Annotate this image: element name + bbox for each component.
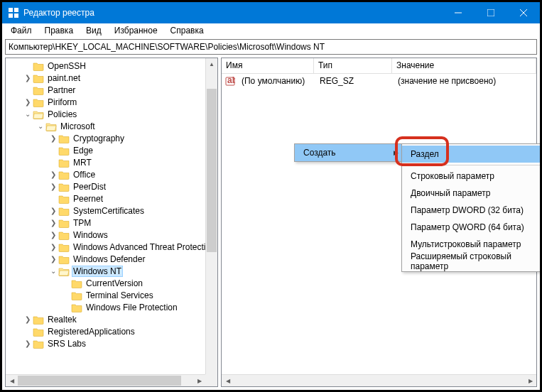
tree-item-label: Partner: [46, 85, 77, 95]
expand-toggle-icon[interactable]: ❯: [23, 74, 33, 82]
submenu-multistring[interactable]: Мультистроковый параметр: [402, 236, 542, 253]
expand-toggle-icon[interactable]: ❯: [48, 219, 58, 227]
menu-favorites[interactable]: Избранное: [109, 24, 163, 37]
expand-toggle-icon[interactable]: ⌄: [23, 110, 33, 118]
tree-scrollbar-vertical[interactable]: ▲ ▼: [205, 58, 217, 386]
tree-item-label: CurrentVersion: [85, 278, 144, 288]
maximize-button[interactable]: [475, 2, 507, 23]
expand-toggle-icon[interactable]: ❯: [48, 170, 58, 178]
tree-item[interactable]: OpenSSH: [6, 60, 217, 72]
expand-toggle-icon[interactable]: ❯: [48, 207, 58, 214]
expand-toggle-icon[interactable]: ❯: [23, 339, 33, 347]
expand-toggle-icon[interactable]: ❯: [48, 255, 58, 263]
expand-toggle-icon[interactable]: ❯: [23, 315, 33, 323]
tree-item[interactable]: Partner: [6, 84, 217, 96]
app-icon: [8, 7, 19, 18]
tree-item-label: Microsoft: [59, 121, 97, 131]
tree-item[interactable]: MRT: [6, 156, 217, 168]
tree-item-label: Peernet: [72, 194, 104, 204]
submenu-dword[interactable]: Параметр DWORD (32 бита): [402, 202, 542, 219]
scroll-up-icon[interactable]: ▲: [206, 58, 217, 70]
tree-item[interactable]: ❯Windows Defender: [6, 253, 217, 265]
expand-toggle-icon[interactable]: ❯: [48, 183, 58, 190]
tree-scrollbar-horizontal[interactable]: ◀ ▶: [6, 374, 205, 386]
tree-item-label: TPM: [72, 218, 92, 228]
tree-item[interactable]: ❯Windows Advanced Threat Protection: [6, 241, 217, 253]
expand-toggle-icon[interactable]: ❯: [23, 98, 33, 106]
tree-item[interactable]: ❯TPM: [6, 217, 217, 229]
tree-item-label: Office: [72, 170, 97, 180]
title-bar: Редактор реестра: [2, 2, 540, 23]
folder-icon: [33, 109, 44, 119]
expand-toggle-icon[interactable]: ⌄: [48, 267, 58, 275]
scroll-right-icon[interactable]: ▶: [193, 375, 205, 386]
close-button[interactable]: [507, 2, 540, 23]
menu-view[interactable]: Вид: [80, 24, 107, 37]
submenu-string[interactable]: Строковый параметр: [402, 168, 542, 185]
tree-item[interactable]: Peernet: [6, 192, 217, 205]
tree-item[interactable]: ❯Windows: [6, 229, 217, 241]
tree-item[interactable]: CurrentVersion: [6, 277, 217, 289]
tree-item-label: SystemCertificates: [72, 206, 146, 216]
scroll-thumb[interactable]: [207, 89, 217, 252]
folder-icon: [58, 230, 70, 240]
tree-item[interactable]: ❯PeerDist: [6, 180, 217, 192]
folder-icon: [58, 242, 70, 252]
tree-item-label: OpenSSH: [46, 61, 87, 71]
tree-item-label: Realtek: [46, 315, 78, 325]
tree-item[interactable]: ❯Realtek: [6, 313, 217, 325]
tree-item-label: RegisteredApplications: [46, 327, 136, 337]
tree-item[interactable]: Windows File Protection: [6, 301, 217, 313]
folder-icon: [33, 85, 44, 95]
submenu-key[interactable]: Раздел: [402, 146, 542, 163]
scroll-left-icon[interactable]: ◀: [6, 375, 18, 386]
menu-file[interactable]: Файл: [5, 24, 38, 37]
tree-item-label: Windows NT: [72, 266, 123, 277]
tree-item[interactable]: ❯Cryptography: [6, 132, 217, 144]
scroll-thumb-h[interactable]: [18, 376, 181, 386]
folder-icon: [58, 266, 70, 276]
expand-toggle-icon[interactable]: ⌄: [36, 122, 45, 130]
tree-item[interactable]: RegisteredApplications: [6, 325, 217, 337]
tree-item[interactable]: ❯SystemCertificates: [6, 205, 217, 217]
tree-item[interactable]: ⌄Policies: [6, 108, 217, 120]
expand-toggle-icon[interactable]: ❯: [48, 231, 58, 239]
tree-item[interactable]: Edge: [6, 144, 217, 156]
column-name[interactable]: Имя: [222, 58, 314, 73]
address-bar[interactable]: Компьютер\HKEY_LOCAL_MACHINE\SOFTWARE\Po…: [5, 39, 537, 55]
menu-bar: Файл Правка Вид Избранное Справка: [2, 23, 540, 38]
tree-item-label: Windows Defender: [72, 254, 146, 264]
scroll-left-icon[interactable]: ◀: [222, 375, 234, 386]
folder-icon: [45, 121, 57, 131]
context-menu-new-label: Создать: [303, 148, 336, 158]
context-menu-new[interactable]: Создать ▶: [295, 144, 403, 161]
folder-icon: [33, 315, 44, 325]
tree-item[interactable]: ❯Piriform: [6, 96, 217, 108]
scroll-right-icon[interactable]: ▶: [524, 375, 536, 386]
submenu-qword[interactable]: Параметр QWORD (64 бита): [402, 219, 542, 236]
folder-icon: [58, 182, 70, 192]
tree-item[interactable]: ❯Office: [6, 168, 217, 180]
tree-item[interactable]: ❯SRS Labs: [6, 337, 217, 349]
minimize-button[interactable]: [442, 2, 475, 23]
menu-help[interactable]: Справка: [165, 24, 210, 37]
window-title: Редактор реестра: [23, 8, 442, 18]
tree-item-label: SRS Labs: [46, 339, 87, 349]
tree-item-label: paint.net: [46, 73, 82, 83]
expand-toggle-icon[interactable]: ❯: [48, 243, 58, 251]
tree-item[interactable]: ❯paint.net: [6, 72, 217, 84]
submenu-expandstring[interactable]: Расширяемый строковый параметр: [402, 253, 542, 270]
tree-item[interactable]: ⌄Microsoft: [6, 120, 217, 132]
list-header: Имя Тип Значение: [222, 58, 536, 74]
expand-toggle-icon[interactable]: ❯: [48, 134, 58, 142]
tree-item[interactable]: Terminal Services: [6, 289, 217, 301]
details-scrollbar-horizontal[interactable]: ◀ ▶: [222, 374, 536, 386]
column-type[interactable]: Тип: [314, 58, 392, 73]
tree-item[interactable]: ⌄Windows NT: [6, 265, 217, 277]
menu-edit[interactable]: Правка: [39, 24, 80, 37]
column-value[interactable]: Значение: [392, 58, 536, 73]
folder-icon: [58, 254, 70, 264]
submenu-binary[interactable]: Двоичный параметр: [402, 185, 542, 202]
folder-icon: [58, 206, 70, 216]
list-row[interactable]: ab (По умолчанию) REG_SZ (значение не пр…: [222, 74, 536, 87]
